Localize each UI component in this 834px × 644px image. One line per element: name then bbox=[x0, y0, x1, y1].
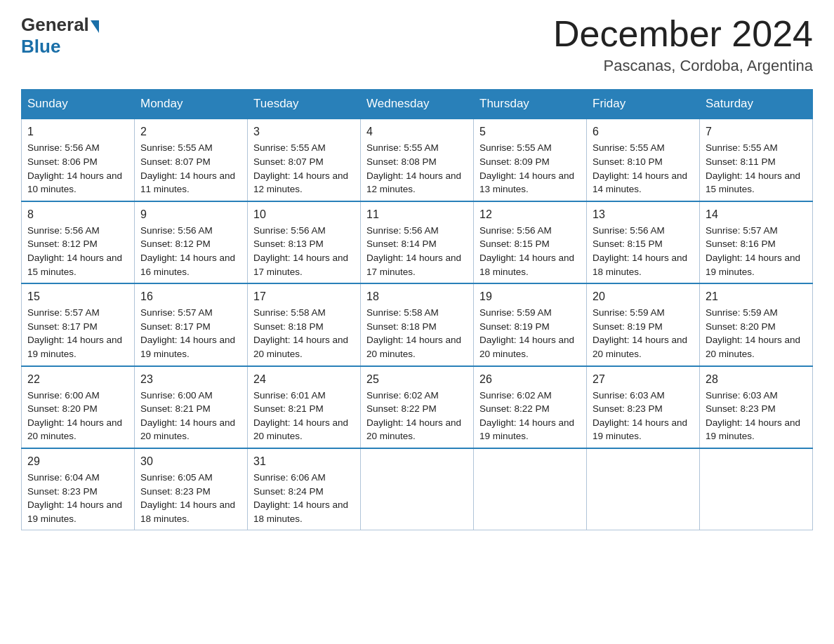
table-row: 30Sunrise: 6:05 AMSunset: 8:23 PMDayligh… bbox=[135, 448, 248, 530]
table-row: 4Sunrise: 5:55 AMSunset: 8:08 PMDaylight… bbox=[361, 119, 474, 201]
day-number: 13 bbox=[593, 206, 694, 222]
table-row: 23Sunrise: 6:00 AMSunset: 8:21 PMDayligh… bbox=[135, 366, 248, 448]
table-row: 16Sunrise: 5:57 AMSunset: 8:17 PMDayligh… bbox=[135, 283, 248, 365]
table-row: 8Sunrise: 5:56 AMSunset: 8:12 PMDaylight… bbox=[22, 201, 135, 283]
table-row bbox=[474, 448, 587, 530]
calendar-week-row: 8Sunrise: 5:56 AMSunset: 8:12 PMDaylight… bbox=[22, 201, 813, 283]
table-row: 28Sunrise: 6:03 AMSunset: 8:23 PMDayligh… bbox=[700, 366, 813, 448]
day-number: 18 bbox=[366, 288, 468, 304]
table-row: 11Sunrise: 5:56 AMSunset: 8:14 PMDayligh… bbox=[361, 201, 474, 283]
table-row: 14Sunrise: 5:57 AMSunset: 8:16 PMDayligh… bbox=[700, 201, 813, 283]
page-header: General Blue December 2024 Pascanas, Cor… bbox=[21, 14, 813, 75]
day-number: 3 bbox=[253, 123, 355, 140]
day-number: 30 bbox=[140, 453, 241, 469]
table-row: 5Sunrise: 5:55 AMSunset: 8:09 PMDaylight… bbox=[474, 119, 587, 201]
table-row: 9Sunrise: 5:56 AMSunset: 8:12 PMDaylight… bbox=[135, 201, 248, 283]
table-row: 10Sunrise: 5:56 AMSunset: 8:13 PMDayligh… bbox=[248, 201, 361, 283]
logo-general-text: General bbox=[21, 14, 89, 36]
day-number: 29 bbox=[27, 453, 128, 469]
col-sunday: Sunday bbox=[22, 90, 135, 119]
day-number: 12 bbox=[479, 206, 581, 222]
day-number: 20 bbox=[593, 288, 694, 304]
day-number: 24 bbox=[253, 371, 355, 387]
calendar-week-row: 22Sunrise: 6:00 AMSunset: 8:20 PMDayligh… bbox=[22, 366, 813, 448]
table-row: 1Sunrise: 5:56 AMSunset: 8:06 PMDaylight… bbox=[22, 119, 135, 201]
month-title: December 2024 bbox=[553, 14, 813, 54]
table-row bbox=[700, 448, 813, 530]
col-saturday: Saturday bbox=[700, 90, 813, 119]
day-number: 11 bbox=[366, 206, 468, 222]
logo: General Blue bbox=[21, 14, 100, 58]
day-number: 9 bbox=[140, 206, 241, 222]
day-number: 31 bbox=[253, 453, 355, 469]
location: Pascanas, Cordoba, Argentina bbox=[553, 57, 813, 75]
table-row: 7Sunrise: 5:55 AMSunset: 8:11 PMDaylight… bbox=[700, 119, 813, 201]
table-row bbox=[587, 448, 700, 530]
col-friday: Friday bbox=[587, 90, 700, 119]
day-number: 27 bbox=[593, 371, 694, 387]
table-row: 2Sunrise: 5:55 AMSunset: 8:07 PMDaylight… bbox=[135, 119, 248, 201]
day-number: 17 bbox=[253, 288, 355, 304]
day-number: 22 bbox=[27, 371, 128, 387]
day-number: 6 bbox=[593, 123, 694, 140]
table-row: 6Sunrise: 5:55 AMSunset: 8:10 PMDaylight… bbox=[587, 119, 700, 201]
table-row: 15Sunrise: 5:57 AMSunset: 8:17 PMDayligh… bbox=[22, 283, 135, 365]
table-row: 25Sunrise: 6:02 AMSunset: 8:22 PMDayligh… bbox=[361, 366, 474, 448]
day-number: 5 bbox=[479, 123, 581, 140]
day-number: 2 bbox=[140, 123, 241, 140]
day-number: 25 bbox=[366, 371, 468, 387]
table-row bbox=[361, 448, 474, 530]
col-wednesday: Wednesday bbox=[361, 90, 474, 119]
col-tuesday: Tuesday bbox=[248, 90, 361, 119]
day-number: 14 bbox=[706, 206, 807, 222]
day-number: 15 bbox=[27, 288, 128, 304]
day-number: 23 bbox=[140, 371, 241, 387]
calendar-week-row: 1Sunrise: 5:56 AMSunset: 8:06 PMDaylight… bbox=[22, 119, 813, 201]
table-row: 20Sunrise: 5:59 AMSunset: 8:19 PMDayligh… bbox=[587, 283, 700, 365]
day-number: 19 bbox=[479, 288, 581, 304]
table-row: 24Sunrise: 6:01 AMSunset: 8:21 PMDayligh… bbox=[248, 366, 361, 448]
day-number: 8 bbox=[27, 206, 128, 222]
day-number: 1 bbox=[27, 123, 128, 140]
col-thursday: Thursday bbox=[474, 90, 587, 119]
title-section: December 2024 Pascanas, Cordoba, Argenti… bbox=[553, 14, 813, 75]
calendar-table: Sunday Monday Tuesday Wednesday Thursday… bbox=[21, 89, 813, 530]
calendar-week-row: 29Sunrise: 6:04 AMSunset: 8:23 PMDayligh… bbox=[22, 448, 813, 530]
calendar-header-row: Sunday Monday Tuesday Wednesday Thursday… bbox=[22, 90, 813, 119]
table-row: 31Sunrise: 6:06 AMSunset: 8:24 PMDayligh… bbox=[248, 448, 361, 530]
day-number: 21 bbox=[706, 288, 807, 304]
table-row: 19Sunrise: 5:59 AMSunset: 8:19 PMDayligh… bbox=[474, 283, 587, 365]
logo-blue-text: Blue bbox=[21, 36, 60, 57]
table-row: 27Sunrise: 6:03 AMSunset: 8:23 PMDayligh… bbox=[587, 366, 700, 448]
day-number: 28 bbox=[706, 371, 807, 387]
day-number: 7 bbox=[706, 123, 807, 140]
table-row: 17Sunrise: 5:58 AMSunset: 8:18 PMDayligh… bbox=[248, 283, 361, 365]
day-number: 26 bbox=[479, 371, 581, 387]
day-number: 10 bbox=[253, 206, 355, 222]
table-row: 21Sunrise: 5:59 AMSunset: 8:20 PMDayligh… bbox=[700, 283, 813, 365]
table-row: 12Sunrise: 5:56 AMSunset: 8:15 PMDayligh… bbox=[474, 201, 587, 283]
table-row: 3Sunrise: 5:55 AMSunset: 8:07 PMDaylight… bbox=[248, 119, 361, 201]
table-row: 29Sunrise: 6:04 AMSunset: 8:23 PMDayligh… bbox=[22, 448, 135, 530]
table-row: 18Sunrise: 5:58 AMSunset: 8:18 PMDayligh… bbox=[361, 283, 474, 365]
table-row: 22Sunrise: 6:00 AMSunset: 8:20 PMDayligh… bbox=[22, 366, 135, 448]
day-number: 4 bbox=[366, 123, 468, 140]
calendar-week-row: 15Sunrise: 5:57 AMSunset: 8:17 PMDayligh… bbox=[22, 283, 813, 365]
day-number: 16 bbox=[140, 288, 241, 304]
table-row: 13Sunrise: 5:56 AMSunset: 8:15 PMDayligh… bbox=[587, 201, 700, 283]
table-row: 26Sunrise: 6:02 AMSunset: 8:22 PMDayligh… bbox=[474, 366, 587, 448]
col-monday: Monday bbox=[135, 90, 248, 119]
logo-arrow-icon bbox=[91, 20, 99, 33]
